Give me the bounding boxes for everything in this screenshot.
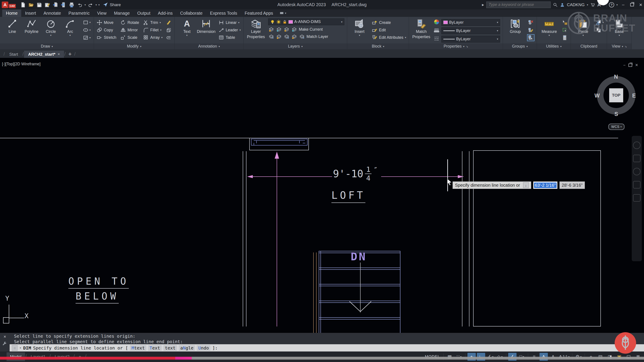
panel-title-utilities[interactable]: Utilities▾ — [537, 43, 570, 49]
ribbon-button-array[interactable]: Array▾ — [143, 35, 162, 40]
layer-tool-button[interactable] — [291, 34, 298, 40]
ribbon-tab-express-tools[interactable]: Express Tools — [206, 10, 241, 17]
command-customize-wrench-icon[interactable] — [2, 341, 8, 346]
erase-button[interactable] — [165, 19, 172, 26]
dropdown-chevron-icon[interactable]: ▾ — [50, 34, 52, 37]
ribbon-tab-collaborate[interactable]: Collaborate — [176, 10, 206, 17]
dropdown-chevron-icon[interactable]: ▾ — [89, 36, 91, 39]
dropdown-chevron-icon[interactable]: ▾ — [526, 45, 528, 48]
viewcube-west[interactable]: W — [594, 93, 600, 99]
ribbon-button-create[interactable]: Create — [372, 20, 406, 26]
layer-tool-button[interactable] — [276, 27, 282, 33]
ribbon-tab-output[interactable]: Output — [134, 10, 154, 17]
ribbon-button-group[interactable]: Group — [506, 18, 525, 34]
search-input[interactable] — [486, 2, 551, 8]
ribbon-button-leader[interactable]: Leader▾ — [218, 27, 241, 33]
drawing-canvas[interactable]: [-][Top][2D Wireframe] – × N W E S TOP W… — [0, 58, 644, 333]
ribbon-button-text[interactable]: AText▾ — [177, 18, 196, 37]
panel-title-modify[interactable]: Modify▾ — [94, 43, 174, 49]
select-similar-button[interactable] — [562, 27, 568, 33]
ribbon-button-layer-properties[interactable]: LayerProperties — [246, 18, 266, 39]
dropdown-chevron-icon[interactable]: ▾ — [218, 45, 220, 48]
dropdown-chevron-icon[interactable]: ▾ — [89, 21, 91, 24]
ribbon-button-dimension[interactable]: Dimension — [196, 18, 216, 37]
panel-title-annotation[interactable]: Annotation▾ — [174, 43, 243, 49]
dropdown-chevron-icon[interactable]: ▾ — [497, 38, 498, 40]
ribbon-button-arc[interactable]: Arc▾ — [60, 18, 80, 37]
restore-button[interactable] — [629, 2, 635, 8]
ribbon-button-match-properties[interactable]: MatchProperties — [412, 18, 431, 39]
dropdown-chevron-icon[interactable]: ▾ — [70, 34, 71, 37]
dropdown-chevron-icon[interactable]: ▾ — [341, 21, 342, 23]
ltype-icon[interactable] — [434, 36, 440, 43]
help-icon[interactable]: ? — [609, 2, 614, 8]
ribbon-tab-insert[interactable]: Insert — [21, 10, 40, 17]
ribbon-button-table[interactable]: Table — [218, 35, 241, 40]
plot-button[interactable] — [68, 2, 75, 8]
ribbon-tab-annotate[interactable]: Annotate — [40, 10, 64, 17]
dropdown-chevron-icon[interactable]: ▾ — [186, 34, 188, 37]
ribbon-tab-home[interactable]: Home — [2, 10, 21, 17]
dynamic-input-field-primary[interactable]: 63'-2 1/16" — [533, 181, 558, 189]
layer-tool-button[interactable] — [268, 34, 274, 40]
close-tab-icon[interactable]: × — [58, 52, 60, 57]
dropdown-chevron-icon[interactable]: ▾ — [463, 45, 464, 48]
dropdown-chevron-icon[interactable]: ▾ — [96, 4, 97, 6]
ribbon-button-mirror[interactable]: Mirror — [120, 27, 139, 33]
dynamic-input-field-secondary[interactable]: 28'-6 3/16" — [560, 181, 585, 189]
panel-title-view[interactable]: View▾↘ — [607, 43, 632, 49]
dropdown-chevron-icon[interactable]: ▾ — [240, 29, 241, 31]
viewcube-south[interactable]: S — [614, 111, 618, 117]
object-color-dropdown[interactable]: ByLayer▾ — [442, 19, 500, 26]
viewport-close-icon[interactable]: × — [635, 62, 638, 68]
ungroup-button[interactable] — [528, 19, 534, 26]
dropdown-chevron-icon[interactable]: ▾ — [405, 36, 406, 39]
ribbon-button-insert[interactable]: Insert▾ — [350, 18, 369, 37]
application-menu-button[interactable]: A CAD — [2, 2, 16, 8]
ribbon-button-circle[interactable]: Circle▾ — [41, 18, 60, 37]
overkill-button[interactable] — [165, 35, 172, 41]
signed-in-user[interactable]: CADKNG — [567, 3, 585, 7]
rectangle-button[interactable]: ▾ — [82, 19, 91, 26]
layer-tool-button[interactable] — [291, 27, 298, 33]
linetype-dropdown[interactable]: ByLayer▾ — [442, 36, 500, 43]
match-layer-label[interactable]: Match Layer — [306, 35, 328, 39]
open-file-button[interactable] — [28, 2, 34, 8]
layer-tool-button[interactable] — [276, 34, 282, 40]
layer-dropdown[interactable]: A-ANNO-DIMS▾ — [268, 19, 344, 25]
dropdown-chevron-icon[interactable]: ▾ — [238, 21, 240, 24]
new-file-button[interactable] — [20, 2, 26, 8]
dropdown-chevron-icon[interactable]: ▾ — [560, 45, 562, 48]
make-current-label[interactable]: Make Current — [299, 27, 323, 32]
dropdown-chevron-icon[interactable]: ▾ — [161, 36, 162, 39]
hatch-button[interactable]: ▾ — [82, 35, 91, 41]
ribbon-button-fillet[interactable]: Fillet▾ — [143, 27, 162, 33]
dropdown-chevron-icon[interactable]: ▾ — [497, 21, 498, 24]
dynamic-input-options-icon[interactable]: ↓ — [523, 182, 529, 188]
wcs-dropdown[interactable]: WCS▾ — [608, 124, 624, 130]
ribbon-button-edit[interactable]: Edit — [372, 27, 406, 33]
explode-button[interactable] — [165, 27, 172, 33]
ribbon-button-measure[interactable]: Measure▾ — [540, 18, 559, 37]
group-selection-button[interactable] — [528, 35, 534, 41]
infocenter-collapse-icon[interactable]: ▸ — [482, 2, 484, 7]
ribbon-button-linear[interactable]: Linear▾ — [218, 20, 241, 26]
pan-icon[interactable] — [633, 155, 640, 162]
open-from-mobile-button[interactable] — [60, 2, 67, 8]
ribbon-display-toggle[interactable]: ▾ — [277, 10, 289, 17]
ribbon-tab-manage[interactable]: Manage — [110, 10, 134, 17]
app-store-cart-icon[interactable] — [590, 3, 595, 7]
command-option-mtext[interactable]: Mtext — [130, 345, 146, 351]
navigation-wheel-icon[interactable] — [633, 142, 640, 149]
ribbon-button-move[interactable]: Move — [96, 20, 116, 26]
dropdown-chevron-icon[interactable]: ▾ — [52, 45, 53, 48]
ribbon-tab-featured-apps[interactable]: Featured Apps — [241, 10, 277, 17]
ribbon-button-copy[interactable]: Copy — [96, 27, 116, 33]
command-option-text[interactable]: text — [164, 345, 177, 351]
quick-select-button[interactable] — [562, 19, 568, 26]
ribbon-tab-parametric[interactable]: Parametric — [64, 10, 93, 17]
dropdown-chevron-icon[interactable]: ▾ — [140, 45, 142, 48]
command-option-angle[interactable]: aNgle — [179, 345, 195, 351]
dropdown-chevron-icon[interactable]: ▾ — [548, 34, 550, 37]
ribbon-button-line[interactable]: Line — [3, 18, 22, 37]
